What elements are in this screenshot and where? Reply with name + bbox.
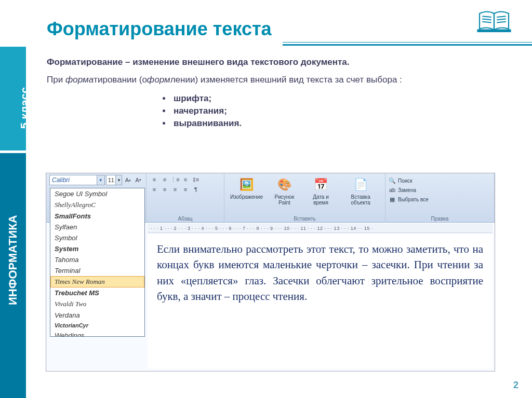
grade-label: 5 класс xyxy=(18,87,32,129)
align-center-button[interactable]: ≡ xyxy=(160,185,169,194)
group-label: Абзац xyxy=(147,216,224,222)
font-option[interactable]: System xyxy=(50,243,144,254)
calendar-icon: 📅 xyxy=(313,176,329,193)
book-icon xyxy=(476,5,512,36)
object-icon: 📄 xyxy=(352,176,369,193)
insert-object-button[interactable]: 📄 Вставка объекта xyxy=(339,175,382,222)
align-justify-button[interactable]: ≡ xyxy=(181,185,190,194)
definition-text: Форматирование – изменение внешнего вида… xyxy=(47,57,504,67)
line-spacing-button[interactable]: ‡≡ xyxy=(191,175,201,184)
svg-line-5 xyxy=(497,22,506,23)
document-text: Если внимательно рассмотреть этот текст,… xyxy=(157,243,483,303)
font-option[interactable]: Verdana xyxy=(50,310,144,321)
paragraph-button[interactable]: ¶ xyxy=(191,185,201,194)
font-option[interactable]: ShellyAllegroC xyxy=(50,199,144,211)
chevron-down-icon[interactable]: ▼ xyxy=(97,175,104,185)
ribbon-group-insert: 🖼️ Изображение 🎨 Рисунок Paint 📅 Дата и … xyxy=(224,173,385,222)
header-rule xyxy=(283,44,532,46)
font-option[interactable]: Symbol xyxy=(50,232,144,243)
replace-icon: ab xyxy=(389,186,396,194)
ribbon: Calibri ▼ Segoe UI Symbol ShellyAllegroC… xyxy=(46,173,495,223)
find-button[interactable]: 🔍Поиск xyxy=(389,176,491,185)
font-option[interactable]: Sylfaen xyxy=(50,222,144,232)
font-option[interactable]: Trebuchet MS xyxy=(50,287,144,298)
select-all-icon: ▦ xyxy=(389,196,396,203)
font-option-selected[interactable]: Times New Roman xyxy=(50,276,144,287)
numbering-button[interactable]: ≡ xyxy=(181,175,190,184)
shrink-font-button[interactable]: A▾ xyxy=(134,175,143,185)
page-title: Форматирование текста xyxy=(47,18,272,40)
subject-label: ИНФОРМАТИКА xyxy=(6,279,20,305)
font-option[interactable]: Terminal xyxy=(50,265,144,276)
replace-button[interactable]: abЗамена xyxy=(389,186,491,194)
body-text: При форматировании (оформлении) изменяет… xyxy=(47,75,504,85)
chevron-down-icon[interactable]: ▼ xyxy=(115,175,122,185)
sidebar: 5 класс ИНФОРМАТИКА xyxy=(0,0,26,398)
svg-line-2 xyxy=(482,22,491,23)
decrease-indent-button[interactable]: ≡ xyxy=(150,175,159,184)
insert-image-button[interactable]: 🖼️ Изображение xyxy=(228,175,265,222)
font-name-combo[interactable]: Calibri ▼ Segoe UI Symbol ShellyAllegroC… xyxy=(49,175,105,185)
ribbon-group-font: Calibri ▼ Segoe UI Symbol ShellyAllegroC… xyxy=(46,173,147,222)
select-all-button[interactable]: ▦Выбрать все xyxy=(389,195,491,203)
list-item: шрифта; xyxy=(171,93,504,104)
document-area[interactable]: Если внимательно рассмотреть этот текст,… xyxy=(148,234,493,369)
grow-font-button[interactable]: A▴ xyxy=(123,175,132,185)
search-icon: 🔍 xyxy=(389,177,396,184)
font-option[interactable]: Webdings xyxy=(50,330,144,337)
palette-icon: 🎨 xyxy=(276,176,292,193)
svg-line-4 xyxy=(497,19,506,20)
font-option[interactable]: Vivaldi Two xyxy=(50,298,144,310)
ruler[interactable]: · · · 1 · · · 2 · · · 3 · · · 4 · · · 5 … xyxy=(148,224,493,233)
align-left-button[interactable]: ≡ xyxy=(150,185,159,194)
font-option[interactable]: Tahoma xyxy=(50,254,144,265)
list-item: начертания; xyxy=(171,106,504,116)
font-dropdown[interactable]: Segoe UI Symbol ShellyAllegroC SmallFont… xyxy=(50,188,145,337)
insert-paint-button[interactable]: 🎨 Рисунок Paint xyxy=(267,175,302,222)
insert-datetime-button[interactable]: 📅 Дата и время xyxy=(303,175,339,222)
page-number: 2 xyxy=(513,380,518,391)
ribbon-group-paragraph: ≡ ≡ ⋮≡ ≡ ‡≡ ≡ ≡ ≡ ≡ ¶ Абзац xyxy=(147,173,224,222)
text-editor-screenshot: Calibri ▼ Segoe UI Symbol ShellyAllegroC… xyxy=(46,173,495,372)
header-rule-thin xyxy=(283,42,532,43)
increase-indent-button[interactable]: ≡ xyxy=(160,175,169,184)
image-icon: 🖼️ xyxy=(238,176,255,193)
svg-line-3 xyxy=(497,16,506,17)
font-option[interactable]: VictorianCyr xyxy=(50,321,144,330)
bullets-button[interactable]: ⋮≡ xyxy=(170,175,180,184)
list-item: выравнивания. xyxy=(171,118,504,129)
group-label: Правка xyxy=(385,216,494,222)
content: Форматирование – изменение внешнего вида… xyxy=(47,57,504,131)
font-option[interactable]: Segoe UI Symbol xyxy=(50,188,144,199)
font-option[interactable]: SmallFonts xyxy=(50,211,144,222)
align-right-button[interactable]: ≡ xyxy=(170,185,180,194)
svg-line-1 xyxy=(482,19,491,20)
group-label: Вставить xyxy=(224,216,385,222)
ribbon-group-edit: 🔍Поиск abЗамена ▦Выбрать все Правка xyxy=(385,173,495,222)
bullet-list: шрифта; начертания; выравнивания. xyxy=(171,93,504,129)
font-size-combo[interactable]: 11 ▼ xyxy=(106,175,123,185)
svg-line-0 xyxy=(482,16,491,17)
